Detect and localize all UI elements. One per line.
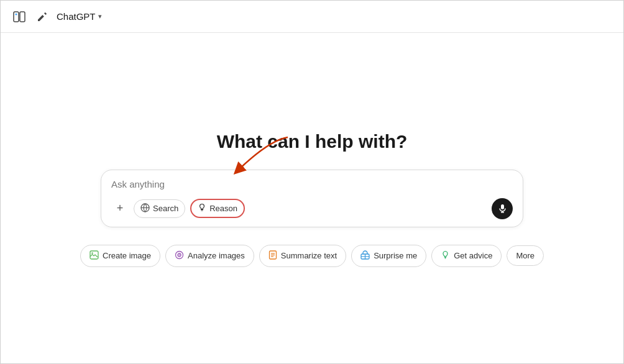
voice-input-button[interactable]	[492, 198, 513, 219]
get-advice-label: Get advice	[454, 251, 492, 260]
sidebar-toggle-icon[interactable]	[11, 8, 28, 25]
get-advice-icon	[441, 250, 450, 262]
lightbulb-icon	[198, 203, 206, 214]
reason-button[interactable]: Reason	[190, 199, 245, 218]
create-image-label: Create image	[103, 251, 151, 260]
more-button[interactable]: More	[507, 245, 544, 266]
analyze-images-button[interactable]: Analyze images	[165, 245, 254, 267]
search-label: Search	[153, 204, 178, 213]
add-attachment-button[interactable]: +	[111, 200, 129, 217]
input-container: + Search	[101, 170, 523, 227]
more-label: More	[516, 251, 535, 260]
globe-icon	[140, 203, 150, 214]
search-button[interactable]: Search	[134, 199, 185, 218]
get-advice-button[interactable]: Get advice	[431, 245, 502, 267]
svg-point-11	[179, 254, 180, 255]
create-image-button[interactable]: Create image	[80, 245, 160, 267]
reason-label: Reason	[209, 204, 237, 213]
svg-rect-4	[501, 204, 504, 209]
svg-rect-0	[14, 12, 19, 22]
svg-point-8	[91, 252, 93, 253]
summarize-text-label: Summarize text	[281, 251, 337, 260]
app-header: ChatGPT ▾	[1, 1, 623, 33]
summarize-text-icon	[268, 250, 277, 262]
hero-title: What can I help with?	[217, 131, 408, 152]
app-name-label: ChatGPT	[57, 11, 96, 22]
svg-rect-1	[20, 12, 25, 22]
action-chips: Create image Analyze images	[80, 245, 544, 267]
input-toolbar: + Search	[111, 198, 513, 219]
new-chat-icon[interactable]	[34, 9, 50, 25]
main-content: What can I help with? +	[1, 33, 623, 364]
analyze-images-label: Analyze images	[188, 251, 245, 260]
surprise-me-button[interactable]: Surprise me	[351, 245, 426, 267]
app-title-button[interactable]: ChatGPT ▾	[57, 11, 102, 22]
analyze-images-icon	[175, 250, 184, 262]
surprise-me-icon	[360, 250, 370, 262]
chevron-down-icon: ▾	[98, 12, 102, 20]
create-image-icon	[89, 250, 99, 262]
summarize-text-button[interactable]: Summarize text	[259, 245, 346, 267]
chat-input[interactable]	[111, 179, 513, 189]
svg-point-2	[16, 13, 17, 15]
surprise-me-label: Surprise me	[374, 251, 417, 260]
